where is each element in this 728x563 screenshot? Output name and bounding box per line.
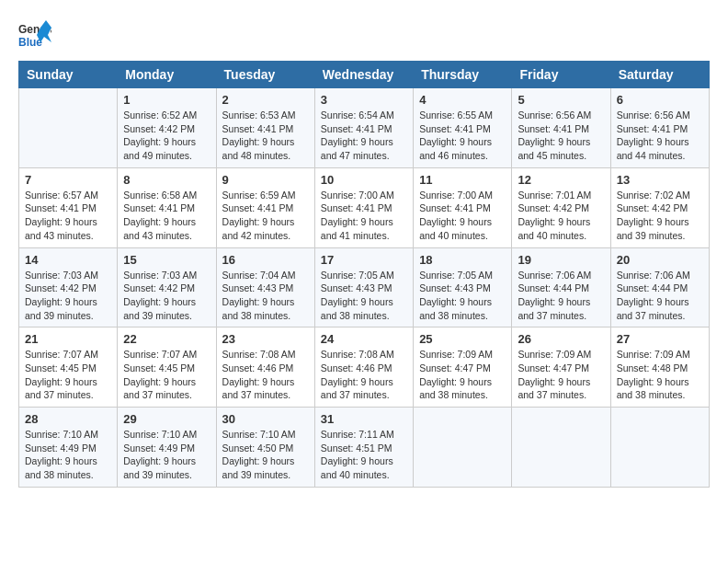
day-header-wednesday: Wednesday <box>314 62 413 88</box>
logo-svg: General Blue <box>18 18 51 52</box>
day-header-sunday: Sunday <box>19 62 118 88</box>
calendar-cell: 2 Sunrise: 6:53 AMSunset: 4:41 PMDayligh… <box>216 88 314 168</box>
calendar-cell: 29 Sunrise: 7:10 AMSunset: 4:49 PMDaylig… <box>118 408 216 488</box>
cell-info: Sunrise: 7:05 AMSunset: 4:43 PMDaylight:… <box>419 270 493 321</box>
date-number: 5 <box>518 93 604 107</box>
cell-info: Sunrise: 6:56 AMSunset: 4:41 PMDaylight:… <box>617 109 690 161</box>
calendar-cell: 19 Sunrise: 7:06 AMSunset: 4:44 PMDaylig… <box>512 247 610 327</box>
cell-info: Sunrise: 7:08 AMSunset: 4:46 PMDaylight:… <box>222 349 296 400</box>
cell-info: Sunrise: 6:55 AMSunset: 4:41 PMDaylight:… <box>419 109 493 161</box>
cell-info: Sunrise: 7:03 AMSunset: 4:42 PMDaylight:… <box>25 270 98 321</box>
cell-info: Sunrise: 6:54 AMSunset: 4:41 PMDaylight:… <box>321 109 394 161</box>
calendar-cell: 20 Sunrise: 7:06 AMSunset: 4:44 PMDaylig… <box>610 247 709 327</box>
date-number: 30 <box>222 412 309 426</box>
calendar-week-row: 14 Sunrise: 7:03 AMSunset: 4:42 PMDaylig… <box>19 247 710 327</box>
calendar-cell <box>610 408 709 488</box>
date-number: 22 <box>123 332 210 346</box>
date-number: 3 <box>321 93 407 107</box>
cell-info: Sunrise: 7:00 AMSunset: 4:41 PMDaylight:… <box>419 190 493 241</box>
date-number: 15 <box>123 253 210 267</box>
cell-info: Sunrise: 7:03 AMSunset: 4:42 PMDaylight:… <box>123 270 197 321</box>
date-number: 27 <box>617 332 703 346</box>
date-number: 16 <box>222 253 309 267</box>
day-header-monday: Monday <box>118 62 216 88</box>
date-number: 31 <box>321 412 407 426</box>
date-number: 9 <box>222 173 309 187</box>
calendar-week-row: 28 Sunrise: 7:10 AMSunset: 4:49 PMDaylig… <box>19 408 710 488</box>
calendar-cell <box>414 408 512 488</box>
date-number: 20 <box>617 253 703 267</box>
cell-info: Sunrise: 6:57 AMSunset: 4:41 PMDaylight:… <box>25 190 98 241</box>
calendar-cell: 8 Sunrise: 6:58 AMSunset: 4:41 PMDayligh… <box>118 167 216 247</box>
date-number: 17 <box>321 253 407 267</box>
date-number: 18 <box>419 253 506 267</box>
calendar-cell: 16 Sunrise: 7:04 AMSunset: 4:43 PMDaylig… <box>216 247 314 327</box>
cell-info: Sunrise: 7:11 AMSunset: 4:51 PMDaylight:… <box>321 429 394 480</box>
date-number: 8 <box>123 173 210 187</box>
day-header-thursday: Thursday <box>414 62 512 88</box>
date-number: 10 <box>321 173 407 187</box>
date-number: 12 <box>518 173 604 187</box>
date-number: 26 <box>518 332 604 346</box>
day-header-friday: Friday <box>512 62 610 88</box>
calendar-cell: 24 Sunrise: 7:08 AMSunset: 4:46 PMDaylig… <box>314 327 413 408</box>
cell-info: Sunrise: 7:06 AMSunset: 4:44 PMDaylight:… <box>518 270 591 321</box>
cell-info: Sunrise: 7:10 AMSunset: 4:49 PMDaylight:… <box>123 429 197 480</box>
cell-info: Sunrise: 7:00 AMSunset: 4:41 PMDaylight:… <box>321 190 394 241</box>
date-number: 1 <box>123 93 210 107</box>
date-number: 24 <box>321 332 407 346</box>
date-number: 6 <box>617 93 703 107</box>
cell-info: Sunrise: 7:07 AMSunset: 4:45 PMDaylight:… <box>25 349 98 400</box>
cell-info: Sunrise: 6:58 AMSunset: 4:41 PMDaylight:… <box>123 190 197 241</box>
cell-info: Sunrise: 7:08 AMSunset: 4:46 PMDaylight:… <box>321 349 394 400</box>
date-number: 2 <box>222 93 309 107</box>
calendar-cell: 17 Sunrise: 7:05 AMSunset: 4:43 PMDaylig… <box>314 247 413 327</box>
calendar-week-row: 1 Sunrise: 6:52 AMSunset: 4:42 PMDayligh… <box>19 88 710 168</box>
date-number: 14 <box>25 253 111 267</box>
calendar-cell: 10 Sunrise: 7:00 AMSunset: 4:41 PMDaylig… <box>314 167 413 247</box>
cell-info: Sunrise: 6:53 AMSunset: 4:41 PMDaylight:… <box>222 109 296 161</box>
calendar-cell <box>19 88 118 168</box>
cell-info: Sunrise: 7:05 AMSunset: 4:43 PMDaylight:… <box>321 270 394 321</box>
date-number: 4 <box>419 93 506 107</box>
calendar-cell: 9 Sunrise: 6:59 AMSunset: 4:41 PMDayligh… <box>216 167 314 247</box>
calendar-cell: 21 Sunrise: 7:07 AMSunset: 4:45 PMDaylig… <box>19 327 118 408</box>
calendar-cell: 15 Sunrise: 7:03 AMSunset: 4:42 PMDaylig… <box>118 247 216 327</box>
calendar-cell: 12 Sunrise: 7:01 AMSunset: 4:42 PMDaylig… <box>512 167 610 247</box>
calendar-cell: 5 Sunrise: 6:56 AMSunset: 4:41 PMDayligh… <box>512 88 610 168</box>
calendar-cell: 22 Sunrise: 7:07 AMSunset: 4:45 PMDaylig… <box>118 327 216 408</box>
date-number: 21 <box>25 332 111 346</box>
calendar-cell: 27 Sunrise: 7:09 AMSunset: 4:48 PMDaylig… <box>610 327 709 408</box>
cell-info: Sunrise: 7:10 AMSunset: 4:50 PMDaylight:… <box>222 429 296 480</box>
cell-info: Sunrise: 7:04 AMSunset: 4:43 PMDaylight:… <box>222 270 296 321</box>
cell-info: Sunrise: 6:56 AMSunset: 4:41 PMDaylight:… <box>518 109 591 161</box>
logo: General Blue <box>18 18 51 52</box>
calendar-cell: 7 Sunrise: 6:57 AMSunset: 4:41 PMDayligh… <box>19 167 118 247</box>
calendar-cell <box>512 408 610 488</box>
cell-info: Sunrise: 7:02 AMSunset: 4:42 PMDaylight:… <box>617 190 690 241</box>
calendar-cell: 18 Sunrise: 7:05 AMSunset: 4:43 PMDaylig… <box>414 247 512 327</box>
date-number: 19 <box>518 253 604 267</box>
cell-info: Sunrise: 6:59 AMSunset: 4:41 PMDaylight:… <box>222 190 296 241</box>
calendar-cell: 4 Sunrise: 6:55 AMSunset: 4:41 PMDayligh… <box>414 88 512 168</box>
page-header: General Blue <box>18 18 710 52</box>
calendar-cell: 13 Sunrise: 7:02 AMSunset: 4:42 PMDaylig… <box>610 167 709 247</box>
cell-info: Sunrise: 7:09 AMSunset: 4:47 PMDaylight:… <box>518 349 591 400</box>
calendar-cell: 31 Sunrise: 7:11 AMSunset: 4:51 PMDaylig… <box>314 408 413 488</box>
calendar-cell: 23 Sunrise: 7:08 AMSunset: 4:46 PMDaylig… <box>216 327 314 408</box>
calendar-cell: 6 Sunrise: 6:56 AMSunset: 4:41 PMDayligh… <box>610 88 709 168</box>
calendar-cell: 3 Sunrise: 6:54 AMSunset: 4:41 PMDayligh… <box>314 88 413 168</box>
date-number: 25 <box>419 332 506 346</box>
date-number: 29 <box>123 412 210 426</box>
date-number: 7 <box>25 173 111 187</box>
day-header-saturday: Saturday <box>610 62 709 88</box>
day-header-tuesday: Tuesday <box>216 62 314 88</box>
cell-info: Sunrise: 7:10 AMSunset: 4:49 PMDaylight:… <box>25 429 98 480</box>
calendar-cell: 30 Sunrise: 7:10 AMSunset: 4:50 PMDaylig… <box>216 408 314 488</box>
date-number: 13 <box>617 173 703 187</box>
date-number: 11 <box>419 173 506 187</box>
cell-info: Sunrise: 7:09 AMSunset: 4:47 PMDaylight:… <box>419 349 493 400</box>
calendar-week-row: 21 Sunrise: 7:07 AMSunset: 4:45 PMDaylig… <box>19 327 710 408</box>
calendar-cell: 26 Sunrise: 7:09 AMSunset: 4:47 PMDaylig… <box>512 327 610 408</box>
calendar-cell: 25 Sunrise: 7:09 AMSunset: 4:47 PMDaylig… <box>414 327 512 408</box>
